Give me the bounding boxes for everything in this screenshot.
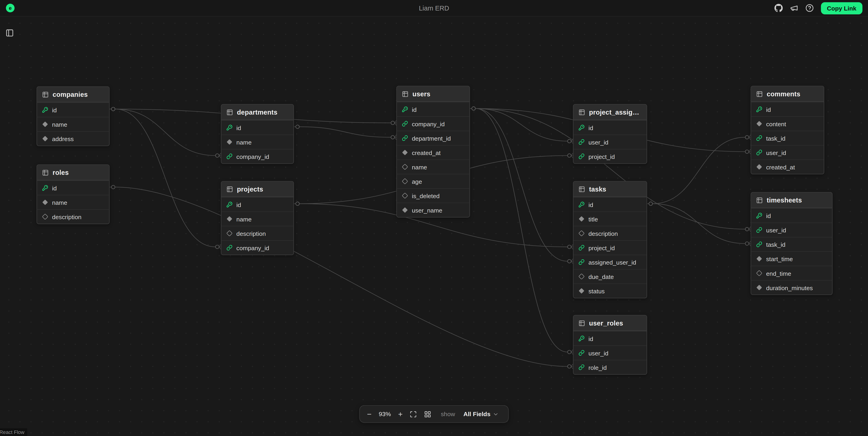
column-projects-description[interactable]: description <box>221 226 293 240</box>
table-timesheets[interactable]: timesheetsiduser_idtask_idstart_timeend_… <box>751 192 833 295</box>
topbar-actions: Copy Link <box>774 2 863 14</box>
erd-canvas[interactable]: companiesidnameaddressrolesidnamedescrip… <box>0 0 868 436</box>
column-comments-user_id[interactable]: user_id <box>751 145 824 159</box>
link-icon <box>756 150 762 156</box>
column-users-company_id[interactable]: company_id <box>397 116 470 131</box>
column-tasks-title[interactable]: title <box>574 211 647 226</box>
zoom-in-button[interactable]: + <box>397 410 404 418</box>
column-users-name[interactable]: name <box>397 159 470 174</box>
column-project_assignments-project_id[interactable]: project_id <box>574 149 647 163</box>
column-companies-address[interactable]: address <box>37 131 109 146</box>
link-icon <box>756 227 762 233</box>
column-name: id <box>236 124 241 131</box>
table-header[interactable]: user_roles <box>574 315 647 331</box>
column-comments-created_at[interactable]: created_at <box>751 159 824 174</box>
column-timesheets-user_id[interactable]: user_id <box>751 223 832 237</box>
column-name: project_id <box>588 153 615 160</box>
table-header[interactable]: timesheets <box>751 193 832 208</box>
table-header[interactable]: tasks <box>574 182 647 197</box>
column-comments-content[interactable]: content <box>751 116 824 131</box>
column-name: name <box>236 216 252 222</box>
table-header[interactable]: project_assignme... <box>574 104 647 120</box>
react-flow-attribution[interactable]: React Flow <box>0 429 27 436</box>
table-name: timesheets <box>767 196 802 204</box>
column-project_assignments-id[interactable]: id <box>574 120 647 134</box>
table-user_roles[interactable]: user_rolesiduser_idrole_id <box>573 315 647 375</box>
column-project_assignments-user_id[interactable]: user_id <box>574 134 647 149</box>
table-roles[interactable]: rolesidnamedescription <box>36 164 110 224</box>
table-name: tasks <box>589 185 607 193</box>
table-comments[interactable]: commentsidcontenttask_iduser_idcreated_a… <box>751 86 824 175</box>
column-name: user_id <box>766 227 786 233</box>
column-timesheets-start_time[interactable]: start_time <box>751 251 832 266</box>
fit-view-button[interactable] <box>409 410 418 418</box>
column-projects-company_id[interactable]: company_id <box>221 240 293 254</box>
help-icon[interactable] <box>805 4 814 12</box>
column-departments-company_id[interactable]: company_id <box>221 149 293 163</box>
copy-link-button[interactable]: Copy Link <box>821 2 862 14</box>
tidy-up-icon[interactable] <box>423 410 432 418</box>
column-comments-task_id[interactable]: task_id <box>751 131 824 145</box>
column-roles-name[interactable]: name <box>37 195 109 209</box>
column-timesheets-id[interactable]: id <box>751 208 832 223</box>
column-comments-id[interactable]: id <box>751 102 824 116</box>
table-name: companies <box>53 90 88 98</box>
table-icon <box>42 169 49 176</box>
column-roles-description[interactable]: description <box>37 209 109 224</box>
table-header[interactable]: comments <box>751 86 824 102</box>
table-header[interactable]: users <box>397 86 470 102</box>
column-name: name <box>52 199 67 206</box>
column-users-age[interactable]: age <box>397 174 470 188</box>
column-name: id <box>588 201 593 208</box>
column-tasks-id[interactable]: id <box>574 197 647 211</box>
column-user_roles-user_id[interactable]: user_id <box>574 345 647 360</box>
column-user_roles-id[interactable]: id <box>574 331 647 345</box>
column-users-department_id[interactable]: department_id <box>397 131 470 145</box>
column-name: title <box>588 216 598 222</box>
table-header[interactable]: projects <box>221 182 293 197</box>
column-departments-id[interactable]: id <box>221 120 293 134</box>
column-projects-id[interactable]: id <box>221 197 293 211</box>
liam-logo-icon[interactable]: e <box>5 3 15 13</box>
table-companies[interactable]: companiesidnameaddress <box>36 86 110 146</box>
table-name: departments <box>237 108 277 116</box>
table-nodes-layer: companiesidnameaddressrolesidnamedescrip… <box>0 0 868 436</box>
column-users-is_deleted[interactable]: is_deleted <box>397 188 470 203</box>
column-users-user_name[interactable]: user_name <box>397 203 470 217</box>
column-tasks-due_date[interactable]: due_date <box>574 269 647 283</box>
fields-filter-dropdown[interactable]: All Fields <box>460 410 502 418</box>
column-departments-name[interactable]: name <box>221 134 293 149</box>
diamond-outline-icon <box>42 214 48 220</box>
column-timesheets-duration_minutes[interactable]: duration_minutes <box>751 280 832 294</box>
column-name: is_deleted <box>412 192 440 199</box>
table-header[interactable]: companies <box>37 87 109 102</box>
megaphone-icon[interactable] <box>790 4 798 12</box>
column-companies-name[interactable]: name <box>37 117 109 131</box>
table-projects[interactable]: projectsidnamedescriptioncompany_id <box>221 181 294 255</box>
column-user_roles-role_id[interactable]: role_id <box>574 360 647 374</box>
column-users-id[interactable]: id <box>397 102 470 116</box>
column-name: company_id <box>412 120 445 127</box>
column-projects-name[interactable]: name <box>221 211 293 226</box>
column-roles-id[interactable]: id <box>37 180 109 195</box>
table-users[interactable]: usersidcompany_iddepartment_idcreated_at… <box>396 86 470 218</box>
table-tasks[interactable]: tasksidtitledescriptionproject_idassigne… <box>573 181 647 298</box>
column-timesheets-task_id[interactable]: task_id <box>751 237 832 251</box>
column-tasks-project_id[interactable]: project_id <box>574 240 647 254</box>
column-tasks-description[interactable]: description <box>574 226 647 240</box>
table-project_assignments[interactable]: project_assignme...iduser_idproject_id <box>573 104 647 164</box>
table-header[interactable]: departments <box>221 104 293 120</box>
sidebar-toggle-button[interactable] <box>4 28 15 38</box>
table-departments[interactable]: departmentsidnamecompany_id <box>221 104 294 164</box>
github-icon[interactable] <box>774 4 783 12</box>
column-timesheets-end_time[interactable]: end_time <box>751 266 832 280</box>
column-users-created_at[interactable]: created_at <box>397 145 470 159</box>
table-header[interactable]: roles <box>37 165 109 181</box>
column-tasks-status[interactable]: status <box>574 283 647 298</box>
column-companies-id[interactable]: id <box>37 102 109 117</box>
zoom-out-button[interactable]: − <box>366 410 373 418</box>
column-name: name <box>236 138 252 145</box>
table-icon <box>756 90 763 97</box>
column-tasks-assigned_user_id[interactable]: assigned_user_id <box>574 254 647 269</box>
key-icon <box>579 201 585 208</box>
